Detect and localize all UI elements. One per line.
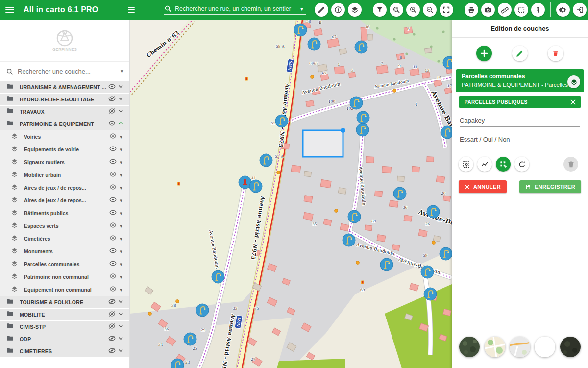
- layer-search-input[interactable]: Rechercher une couche... ▼: [0, 62, 129, 81]
- map-canvas[interactable]: N975N975Chemin n°63Avenue Astrid - N975A…: [130, 20, 452, 368]
- eye-icon[interactable]: [109, 145, 117, 154]
- eye-off-icon[interactable]: [108, 322, 116, 332]
- fullscreen-button[interactable]: [440, 3, 453, 17]
- caret-down-icon[interactable]: ▾: [117, 261, 125, 268]
- chevron-down-icon[interactable]: [116, 95, 125, 104]
- caret-down-icon[interactable]: ▾: [117, 274, 125, 280]
- layer-search-caret-icon[interactable]: ▼: [120, 69, 124, 74]
- delete-geometry-button[interactable]: [564, 157, 578, 172]
- logout-button[interactable]: [573, 3, 587, 17]
- caret-down-icon[interactable]: ▾: [117, 236, 125, 242]
- caret-down-icon[interactable]: ▾: [117, 197, 125, 204]
- eye-icon[interactable]: [109, 132, 117, 142]
- caret-down-icon[interactable]: ▾: [117, 223, 125, 229]
- layer-item-signaux-routiers[interactable]: Signaux routiers▾: [9, 156, 129, 169]
- chevron-up-icon[interactable]: [116, 120, 125, 129]
- layer-item-aires-de-jeux-de-repos[interactable]: Aires de jeux / de repos...▾: [9, 181, 129, 194]
- select-point-tool-button[interactable]: [459, 157, 473, 172]
- filter-button[interactable]: [373, 3, 387, 17]
- layer-group-odp[interactable]: ODP: [0, 333, 129, 345]
- basemap-ortho-dark[interactable]: [560, 337, 581, 357]
- caret-down-icon[interactable]: ▾: [117, 172, 125, 178]
- selected-layer-card[interactable]: Parcelles communales PATRIMOINE & EQUIPE…: [456, 69, 584, 92]
- chevron-down-icon[interactable]: [116, 310, 125, 319]
- layer-item-patrimoine-non-communal[interactable]: Patrimoine non communal▾: [9, 270, 129, 283]
- eye-off-icon[interactable]: [108, 347, 116, 356]
- layer-item-aires-de-jeux-de-repos[interactable]: Aires de jeux / de repos...▾: [9, 194, 129, 207]
- caret-down-icon[interactable]: ▾: [117, 248, 125, 255]
- delete-feature-button[interactable]: [548, 46, 564, 61]
- layer-item-b-timents-publics[interactable]: Bâtiments publics▾: [9, 207, 129, 220]
- sublayer-bar[interactable]: PARCELLES PUBLIQUES: [459, 96, 581, 108]
- polyline-tool-button[interactable]: [477, 157, 492, 172]
- layer-group-mobilite[interactable]: MOBILITE: [0, 309, 129, 321]
- eye-off-icon[interactable]: [108, 310, 116, 319]
- eye-icon[interactable]: [109, 196, 117, 205]
- layer-item-equipement-non-communal[interactable]: Equipement non communal▾: [9, 283, 129, 296]
- eye-icon[interactable]: [109, 158, 117, 167]
- zoom-in-button[interactable]: [406, 3, 420, 17]
- zoom-area-button[interactable]: [390, 3, 403, 17]
- eye-off-icon[interactable]: [108, 335, 116, 344]
- chevron-down-icon[interactable]: [116, 107, 125, 117]
- edit-feature-button[interactable]: [512, 46, 528, 61]
- layer-group-cimetieres[interactable]: CIMETIERES: [0, 345, 129, 358]
- layer-item-cimeti-res[interactable]: Cimetières▾: [9, 232, 129, 245]
- select-area-button[interactable]: [514, 3, 528, 17]
- caret-down-icon[interactable]: ▾: [117, 147, 125, 153]
- field-essart[interactable]: Essart / Oui / Non: [460, 127, 580, 146]
- caret-down-icon[interactable]: ▾: [117, 159, 125, 166]
- zoom-out-button[interactable]: [423, 3, 437, 17]
- eye-icon[interactable]: [109, 260, 117, 269]
- person-button[interactable]: [531, 3, 545, 17]
- layer-item-mobilier-urbain[interactable]: Mobilier urbain▾: [9, 169, 129, 181]
- eye-icon[interactable]: [109, 247, 117, 256]
- layer-item-equipements-de-voirie[interactable]: Equipements de voirie▾: [9, 143, 129, 156]
- settings-button[interactable]: [556, 3, 570, 17]
- eye-icon[interactable]: [109, 209, 117, 218]
- layer-group-tourisme-folklore[interactable]: TOURISME & FOLKLORE: [0, 296, 129, 309]
- eye-icon[interactable]: [109, 285, 117, 294]
- eye-icon[interactable]: [109, 221, 117, 231]
- pencil-button[interactable]: [315, 3, 328, 17]
- chevron-down-icon[interactable]: [116, 298, 125, 307]
- polygon-add-tool-button[interactable]: [496, 157, 511, 172]
- menu-icon[interactable]: [0, 0, 20, 20]
- chevron-down-icon[interactable]: [116, 83, 125, 92]
- layer-group-travaux[interactable]: TRAVAUX: [0, 106, 129, 118]
- layer-group-patrimoine-equipement[interactable]: PATRIMOINE & EQUIPEMENT: [0, 118, 129, 130]
- basemap-blank-white[interactable]: [535, 337, 555, 357]
- layer-item-monuments[interactable]: Monuments▾: [9, 245, 129, 258]
- basemap-satellite-dark[interactable]: [459, 337, 480, 357]
- print-button[interactable]: [465, 3, 478, 17]
- search-menu-icon[interactable]: [122, 0, 141, 20]
- caret-down-icon[interactable]: ▾: [117, 287, 125, 293]
- caret-down-icon[interactable]: ▾: [117, 210, 125, 217]
- eye-icon[interactable]: [108, 120, 116, 129]
- eye-icon[interactable]: [109, 171, 117, 180]
- redraw-tool-button[interactable]: [514, 157, 529, 172]
- eye-icon[interactable]: [109, 272, 117, 282]
- caret-down-icon[interactable]: ▾: [117, 185, 125, 191]
- eye-off-icon[interactable]: [108, 298, 116, 307]
- field-capakey[interactable]: Capakey: [460, 108, 580, 127]
- layers-button[interactable]: [348, 3, 362, 17]
- layer-item-parcelles-communales[interactable]: Parcelles communales▾: [9, 258, 129, 270]
- info-button[interactable]: [331, 3, 345, 17]
- eye-icon[interactable]: [109, 183, 117, 193]
- ruler-button[interactable]: [498, 3, 512, 17]
- basemap-map-gray[interactable]: [510, 337, 530, 357]
- close-icon[interactable]: [570, 99, 576, 105]
- eye-icon[interactable]: [109, 234, 117, 244]
- basemap-map-light[interactable]: [485, 337, 505, 357]
- layer-group-hydro-relief-egouttage[interactable]: HYDRO-RELIEF-EGOUTTAGE: [0, 94, 129, 106]
- eye-off-icon[interactable]: [108, 95, 116, 104]
- eye-off-icon[interactable]: [108, 107, 116, 117]
- eye-icon[interactable]: [108, 83, 116, 92]
- chevron-down-icon[interactable]: [116, 322, 125, 332]
- layer-item-espaces-verts[interactable]: Espaces verts▾: [9, 220, 129, 232]
- street-search-input[interactable]: Rechercher une rue, un chemin, un sentie…: [164, 5, 306, 15]
- add-feature-button[interactable]: [476, 46, 492, 61]
- layer-group-civis-stp[interactable]: CIVIS-STP: [0, 321, 129, 333]
- caret-down-icon[interactable]: ▾: [117, 134, 125, 140]
